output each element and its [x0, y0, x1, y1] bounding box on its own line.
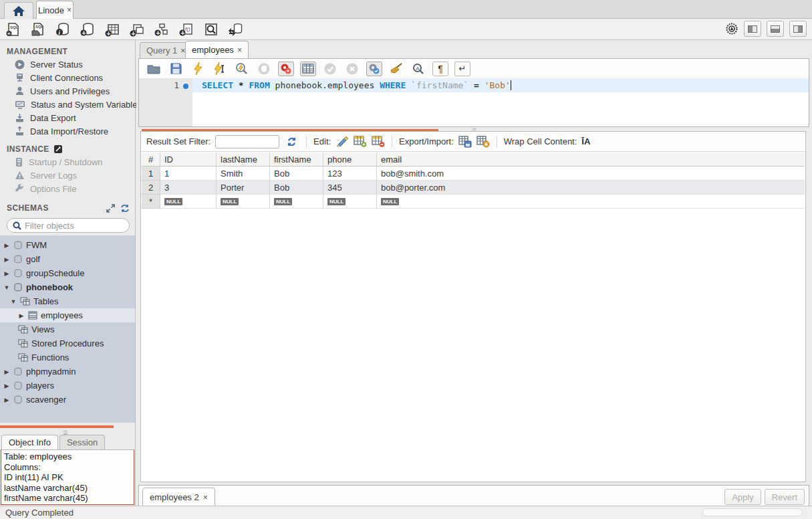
cell-email[interactable]: bob@porter.com [377, 181, 805, 195]
updates-gear-icon[interactable] [725, 22, 738, 35]
create-table-icon[interactable]: + [104, 22, 120, 37]
import-recordset-icon[interactable] [477, 136, 490, 148]
execute-query-icon[interactable] [190, 62, 206, 76]
tree-node-views[interactable]: Views [0, 322, 135, 336]
cell-firstname[interactable]: Bob [270, 167, 323, 181]
new-sql-tab-icon[interactable]: SQL+ [5, 22, 21, 37]
col-header-email[interactable]: email [377, 152, 805, 167]
beautify-broom-icon[interactable] [388, 62, 404, 76]
toggle-autocommit-icon[interactable] [366, 62, 382, 76]
col-header-lastname[interactable]: lastName [217, 152, 270, 167]
open-script-icon[interactable] [146, 62, 162, 76]
chevron-down-icon[interactable]: ▼ [10, 298, 17, 305]
tree-node-tables[interactable]: ▼Tables [0, 294, 135, 308]
tree-node-employees[interactable]: ▶employees [0, 308, 135, 322]
sidebar-item-client-connections[interactable]: Client Connections [0, 71, 135, 84]
sidebar-item-users-privileges[interactable]: Users and Privileges [0, 84, 135, 98]
cell-null[interactable]: NULL [160, 195, 217, 209]
chevron-right-icon[interactable]: ▶ [18, 312, 25, 319]
tree-hscrollbar[interactable] [0, 425, 114, 428]
cell-firstname[interactable]: Bob [270, 181, 323, 195]
schema-node-fwm[interactable]: ▶FWM [0, 238, 135, 252]
toggle-right-sidebar-button[interactable] [789, 21, 807, 37]
cell-id[interactable]: 3 [160, 181, 217, 195]
tab-session[interactable]: Session [59, 435, 105, 449]
sidebar-item-options-file[interactable]: Options File [0, 182, 135, 195]
cell-null[interactable]: NULL [217, 195, 270, 209]
schema-node-players[interactable]: ▶players [0, 379, 135, 393]
expand-panel-icon[interactable] [106, 204, 115, 213]
toggle-wrap-icon[interactable]: ↵ [454, 62, 470, 76]
sidebar-item-startup-shutdown[interactable]: Startup / Shutdown [0, 155, 135, 169]
col-header-phone[interactable]: phone [323, 152, 377, 167]
tree-node-functions[interactable]: Functions [0, 350, 135, 365]
close-icon[interactable]: × [237, 45, 242, 55]
revert-button[interactable]: Revert [765, 489, 805, 505]
col-header-num[interactable]: # [142, 152, 160, 167]
create-schema-icon[interactable]: + [80, 22, 96, 37]
create-function-icon[interactable]: f()+ [178, 22, 194, 37]
chevron-right-icon[interactable]: ▶ [3, 256, 10, 263]
inspect-database-icon[interactable]: i [55, 22, 71, 37]
col-header-firstname[interactable]: firstName [270, 152, 323, 167]
limit-rows-icon[interactable] [300, 62, 316, 76]
chevron-right-icon[interactable]: ▶ [3, 383, 10, 389]
chevron-right-icon[interactable]: ▶ [3, 397, 10, 403]
schema-node-scavenger[interactable]: ▶scavenger [0, 393, 135, 407]
close-icon[interactable]: × [67, 5, 72, 15]
create-procedure-icon[interactable]: + [154, 22, 170, 37]
tree-node-stored-procedures[interactable]: Stored Procedures [0, 336, 135, 350]
instance-config-icon[interactable] [53, 144, 63, 154]
cell-lastname[interactable]: Porter [217, 181, 270, 195]
schema-node-golf[interactable]: ▶golf [0, 252, 135, 266]
home-tab[interactable] [4, 2, 33, 19]
schema-filter-input[interactable]: Filter objects [7, 218, 130, 233]
sidebar-item-status-system-variables[interactable]: Status and System Variables [0, 98, 135, 111]
show-invisibles-icon[interactable]: ¶ [432, 62, 448, 76]
sidebar-item-server-logs[interactable]: Server Logs [0, 169, 135, 182]
cell-id[interactable]: 1 [160, 167, 217, 181]
schema-node-phpmyadmin[interactable]: ▶phpmyadmin [0, 365, 135, 379]
sidebar-item-data-export[interactable]: Data Export [0, 111, 135, 124]
cell-phone[interactable]: 345 [323, 181, 377, 195]
tab-query-1[interactable]: Query 1 × [140, 42, 192, 58]
refresh-schemas-icon[interactable] [120, 204, 130, 213]
connection-tab-linode[interactable]: Linode × [36, 1, 74, 19]
sidebar-item-data-import-restore[interactable]: Data Import/Restore [0, 124, 135, 138]
find-icon[interactable]: A [410, 62, 426, 76]
tab-employees-2[interactable]: employees 2 × [142, 488, 215, 507]
execute-current-statement-icon[interactable] [212, 62, 228, 76]
close-icon[interactable]: × [203, 493, 208, 502]
result-set-filter-input[interactable] [215, 135, 279, 148]
explain-plan-icon[interactable] [234, 62, 250, 76]
cell-lastname[interactable]: Smith [217, 167, 270, 181]
open-sql-script-icon[interactable]: SQL [30, 22, 46, 37]
table-row[interactable]: 1 1 Smith Bob 123 bob@smith.com [142, 167, 805, 181]
table-row[interactable]: 2 3 Porter Bob 345 bob@porter.com [142, 181, 805, 195]
cell-null[interactable]: NULL [270, 195, 323, 209]
col-header-id[interactable]: ID [160, 152, 217, 167]
cell-phone[interactable]: 123 [323, 167, 377, 181]
refresh-grid-icon[interactable] [287, 137, 297, 146]
search-data-icon[interactable] [203, 22, 219, 37]
schema-node-phonebook[interactable]: ▼phonebook [0, 280, 135, 294]
toggle-left-sidebar-button[interactable] [744, 21, 761, 37]
chevron-right-icon[interactable]: ▶ [3, 242, 10, 249]
export-recordset-icon[interactable] [458, 136, 472, 148]
edit-record-icon[interactable] [335, 136, 349, 147]
create-view-icon[interactable]: + [129, 22, 145, 37]
apply-button[interactable]: Apply [724, 489, 761, 505]
data-transfer-icon[interactable] [228, 22, 244, 37]
delete-row-icon[interactable] [372, 136, 385, 147]
chevron-down-icon[interactable]: ▼ [3, 284, 10, 291]
wrap-cell-content-icon[interactable]: ĪA [581, 136, 590, 146]
cell-null[interactable]: NULL [323, 195, 377, 209]
tab-object-info[interactable]: Object Info [1, 435, 58, 449]
schema-node-groupschedule[interactable]: ▶groupSchedule [0, 266, 135, 280]
insert-row-icon[interactable] [354, 136, 367, 147]
chevron-right-icon[interactable]: ▶ [3, 369, 10, 375]
tab-employees[interactable]: employees × [185, 41, 249, 58]
scrollbar-thumb[interactable] [702, 508, 803, 516]
cell-null[interactable]: NULL [377, 195, 805, 209]
toggle-output-area-button[interactable] [767, 21, 784, 37]
